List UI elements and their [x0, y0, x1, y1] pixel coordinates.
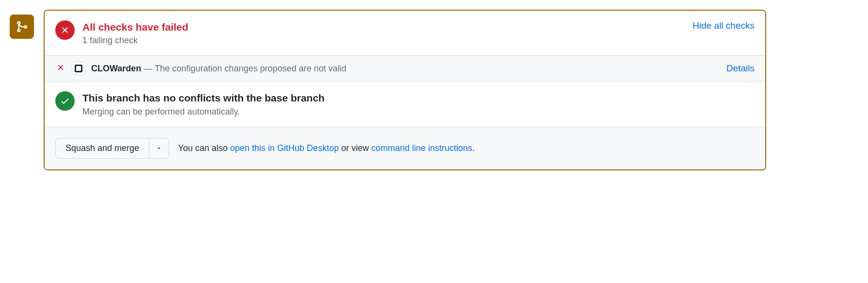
- command-line-link[interactable]: command line instructions: [371, 143, 472, 153]
- x-icon: [60, 25, 70, 35]
- check-description: The configuration changes proposed are n…: [155, 64, 346, 73]
- merge-button-group: Squash and merge: [55, 138, 169, 159]
- conflicts-subtitle: Merging can be performed automatically.: [82, 107, 755, 117]
- merge-dropdown-button[interactable]: [149, 138, 169, 159]
- git-merge-icon: [16, 20, 28, 33]
- conflicts-title: This branch has no conflicts with the ba…: [82, 91, 755, 104]
- checks-failed-icon: [55, 20, 75, 40]
- caret-down-icon: [156, 145, 162, 151]
- hint-suffix: .: [472, 143, 475, 153]
- hint-prefix: You can also: [178, 143, 230, 153]
- conflicts-success-icon: [55, 91, 75, 111]
- github-desktop-link[interactable]: open this in GitHub Desktop: [230, 143, 339, 153]
- check-app-name: CLOWarden: [91, 64, 141, 73]
- check-item-row: CLOWarden — The configuration changes pr…: [45, 56, 765, 82]
- hint-middle: or view: [339, 143, 371, 153]
- check-details-link[interactable]: Details: [726, 63, 755, 74]
- merge-action-section: Squash and merge You can also open this …: [45, 127, 765, 169]
- squash-merge-button[interactable]: Squash and merge: [55, 138, 149, 159]
- check-icon: [60, 96, 70, 106]
- checks-summary-section: All checks have failed 1 failing check H…: [45, 11, 765, 56]
- hide-checks-link[interactable]: Hide all checks: [692, 20, 755, 31]
- check-app-avatar: [72, 62, 85, 75]
- check-text: CLOWarden — The configuration changes pr…: [91, 64, 721, 74]
- merge-hint-text: You can also open this in GitHub Desktop…: [178, 143, 475, 153]
- check-separator: —: [141, 64, 155, 73]
- conflicts-section: This branch has no conflicts with the ba…: [45, 82, 765, 127]
- conflicts-content: This branch has no conflicts with the ba…: [82, 91, 755, 117]
- checks-subtitle: 1 failing check: [82, 35, 685, 46]
- merge-status-panel: All checks have failed 1 failing check H…: [44, 10, 766, 170]
- checks-title: All checks have failed: [82, 20, 685, 33]
- check-fail-x-icon: [55, 63, 66, 74]
- timeline-merge-badge: [10, 15, 34, 39]
- checks-summary-content: All checks have failed 1 failing check: [82, 20, 685, 46]
